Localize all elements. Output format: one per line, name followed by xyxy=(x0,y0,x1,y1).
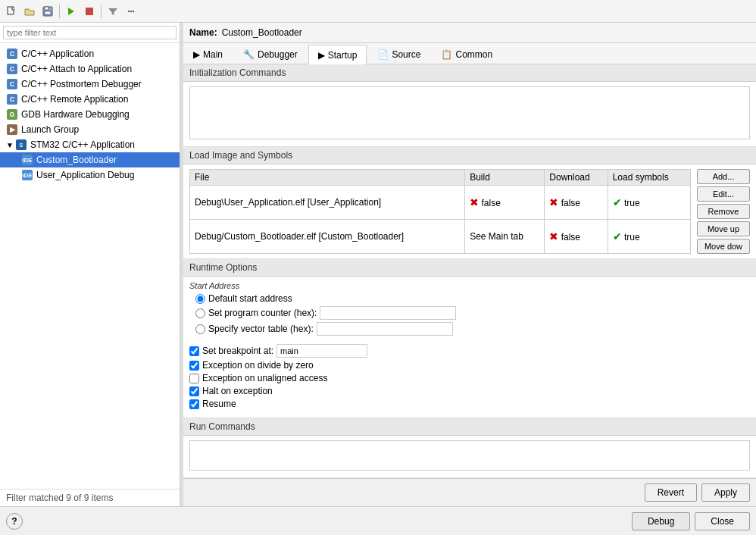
sidebar-item-cpp-remote[interactable]: C C/C++ Remote Application xyxy=(0,92,180,107)
tab-startup[interactable]: ▶ Startup xyxy=(308,45,367,64)
radio-set-counter: Set program counter (hex): xyxy=(195,306,750,320)
cpp-app-icon: C xyxy=(6,48,18,60)
specify-vector-input[interactable] xyxy=(317,322,453,336)
load-symbols-value-2: true xyxy=(624,232,640,242)
revert-button[interactable]: Revert xyxy=(645,483,697,502)
tab-main[interactable]: ▶ Main xyxy=(183,45,233,64)
load-symbols-green-icon-1: ✔ xyxy=(613,196,622,208)
init-commands-section: Initialization Commands xyxy=(183,64,756,147)
init-commands-textarea[interactable] xyxy=(189,86,750,139)
halt-exception-label: Halt on exception xyxy=(202,386,273,396)
apply-button[interactable]: Apply xyxy=(701,483,750,502)
table-row[interactable]: Debug\User_Application.elf [User_Applica… xyxy=(190,186,691,220)
filter-input[interactable] xyxy=(3,26,177,39)
exception-unaligned-row: Exception on unaligned access xyxy=(189,373,750,383)
sidebar-item-custom-bootloader[interactable]: IDE Custom_Bootloader xyxy=(0,152,180,167)
sidebar-item-cpp-attach[interactable]: C C/C++ Attach to Application xyxy=(0,61,180,77)
col-load-symbols: Load symbols xyxy=(608,170,690,186)
runtime-options-section: Runtime Options Start Address Default st… xyxy=(183,259,756,418)
svg-rect-3 xyxy=(45,11,51,14)
open-button[interactable] xyxy=(21,3,38,20)
filter-status: Filter matched 9 of 9 items xyxy=(6,493,113,503)
new-button[interactable] xyxy=(3,3,20,20)
add-button[interactable]: Add... xyxy=(697,169,750,184)
file-path-1: Debug\User_Application.elf [User_Applica… xyxy=(190,186,465,220)
debug-button[interactable]: Debug xyxy=(632,512,690,530)
load-image-title: Load Image and Symbols xyxy=(189,150,292,161)
sidebar-footer: Filter matched 9 of 9 items xyxy=(0,489,180,506)
sidebar-item-cpp-postmortem[interactable]: C C/C++ Postmortem Debugger xyxy=(0,77,180,92)
load-image-header: Load Image and Symbols xyxy=(183,147,756,164)
startup-panel: Initialization Commands Load Image and S… xyxy=(183,64,756,478)
set-counter-input[interactable] xyxy=(320,306,456,320)
load-symbols-status-2: ✔ true xyxy=(608,220,690,254)
breakpoint-at-input[interactable] xyxy=(276,344,367,358)
radio-group: Default start address Set program counte… xyxy=(195,293,750,336)
set-breakpoint-checkbox[interactable] xyxy=(189,346,199,356)
tab-source[interactable]: 📄 Source xyxy=(367,45,430,64)
file-path-2: Debug/Custom_Bootloader.elf [Custom_Boot… xyxy=(190,220,465,254)
move-down-button[interactable]: Move dow xyxy=(697,239,750,254)
sidebar-item-cpp-app[interactable]: C C/C++ Application xyxy=(0,46,180,61)
footer-left: ? xyxy=(6,513,23,530)
download-value-1: false xyxy=(561,198,580,208)
gdb-hardware-label: GDB Hardware Debugging xyxy=(21,109,130,120)
default-start-radio[interactable] xyxy=(195,294,205,304)
load-symbols-value-1: true xyxy=(624,198,640,208)
revert-apply-bar: Revert Apply xyxy=(183,478,756,506)
exception-divide-checkbox[interactable] xyxy=(189,361,199,371)
filter-button[interactable] xyxy=(105,3,121,20)
specify-vector-radio[interactable] xyxy=(195,324,205,334)
tab-bar: ▶ Main 🔧 Debugger ▶ Startup 📄 Source 📋 xyxy=(183,43,756,64)
resume-label: Resume xyxy=(202,399,236,409)
exception-unaligned-checkbox[interactable] xyxy=(189,374,199,383)
col-build: Build xyxy=(465,170,545,186)
run-commands-title: Run Commands xyxy=(189,421,255,432)
cpp-remote-label: C/C++ Remote Application xyxy=(21,94,128,105)
sidebar-item-stm32[interactable]: ▼ S STM32 C/C++ Application xyxy=(0,137,180,152)
close-button[interactable]: Close xyxy=(695,512,750,530)
resume-row: Resume xyxy=(189,399,750,409)
sidebar-item-launch-group[interactable]: ▶ Launch Group xyxy=(0,122,180,137)
halt-exception-checkbox[interactable] xyxy=(189,386,199,396)
right-panel: Name: Custom_Bootloader ▶ Main 🔧 Debugge… xyxy=(183,23,756,506)
init-commands-title: Initialization Commands xyxy=(189,67,286,78)
table-row[interactable]: Debug/Custom_Bootloader.elf [Custom_Boot… xyxy=(190,220,691,254)
separator-1 xyxy=(59,5,60,18)
edit-button[interactable]: Edit... xyxy=(697,186,750,202)
exception-unaligned-label: Exception on unaligned access xyxy=(202,373,327,383)
cpp-attach-label: C/C++ Attach to Application xyxy=(21,64,132,74)
svg-point-7 xyxy=(130,10,132,11)
load-image-table: File Build Download Load symbols Debug\U… xyxy=(189,169,691,254)
save-button[interactable] xyxy=(39,3,56,20)
load-image-section: Load Image and Symbols File Build Downlo… xyxy=(183,147,756,259)
name-bar: Name: Custom_Bootloader xyxy=(183,23,756,43)
sidebar-item-user-app-debug[interactable]: IDE User_Application Debug xyxy=(0,167,180,183)
svg-point-6 xyxy=(128,10,130,11)
gdb-hardware-icon: G xyxy=(6,108,18,120)
run-button[interactable] xyxy=(63,3,80,20)
run-commands-header: Run Commands xyxy=(183,418,756,436)
col-download: Download xyxy=(545,170,608,186)
tab-common[interactable]: 📋 Common xyxy=(431,45,502,64)
resume-checkbox[interactable] xyxy=(189,399,199,409)
more-button[interactable] xyxy=(123,3,139,20)
set-counter-radio[interactable] xyxy=(195,308,205,318)
help-button[interactable]: ? xyxy=(6,513,23,530)
set-breakpoint-label: Set breakpoint at: xyxy=(202,346,273,356)
run-commands-textarea[interactable] xyxy=(189,440,750,471)
tab-debugger[interactable]: 🔧 Debugger xyxy=(233,45,308,64)
cpp-app-label: C/C++ Application xyxy=(21,48,94,59)
source-tab-icon: 📄 xyxy=(377,49,389,60)
remove-button[interactable]: Remove xyxy=(697,204,750,219)
radio-default-start: Default start address xyxy=(195,293,750,304)
stop-button[interactable] xyxy=(81,3,98,20)
launch-group-icon: ▶ xyxy=(6,124,18,136)
halt-exception-row: Halt on exception xyxy=(189,386,750,396)
sidebar-item-gdb-hardware[interactable]: G GDB Hardware Debugging xyxy=(0,107,180,122)
build-status-1: ✖ false xyxy=(465,186,545,220)
set-breakpoint-row: Set breakpoint at: xyxy=(189,344,750,358)
exception-divide-label: Exception on divide by zero xyxy=(202,360,314,371)
move-up-button[interactable]: Move up xyxy=(697,221,750,236)
runtime-options-content: Start Address Default start address Set … xyxy=(183,277,756,418)
